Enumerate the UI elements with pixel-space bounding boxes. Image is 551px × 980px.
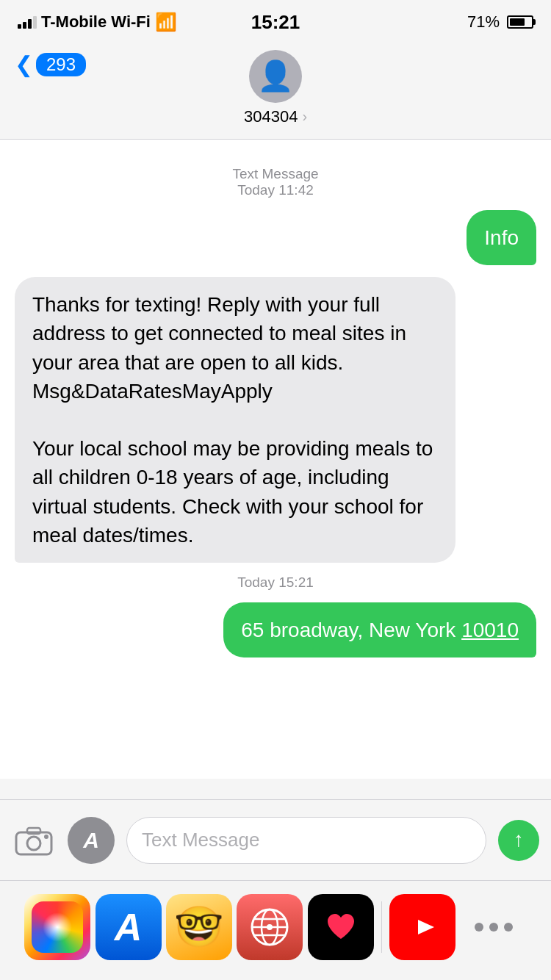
dock-item-photos[interactable] [24, 894, 90, 960]
svg-point-3 [44, 835, 48, 839]
sent-bubble-2: 65 broadway, New York 10010 [223, 602, 536, 657]
dock-item-more[interactable] [461, 894, 527, 960]
sent-message-2-row: 65 broadway, New York 10010 [15, 602, 536, 657]
camera-icon [15, 825, 53, 856]
send-icon: ↑ [514, 828, 524, 851]
send-button[interactable]: ↑ [498, 820, 539, 861]
svg-point-1 [27, 837, 40, 850]
message-input[interactable]: Text Message [126, 817, 486, 864]
message-placeholder: Text Message [142, 829, 259, 851]
timestamp-2: Today 15:21 [15, 574, 536, 591]
sent-bubble-1: Info [467, 210, 536, 265]
status-right: 71% [467, 12, 533, 32]
status-left: T-Mobile Wi-Fi 📶 [18, 12, 177, 32]
appstore-small-icon: A [83, 828, 99, 853]
timestamp-1-line2: Today 11:42 [15, 182, 536, 198]
appstore-icon: A [115, 905, 143, 949]
received-bubble-1: Thanks for texting! Reply with your full… [15, 277, 455, 563]
dock-separator [381, 901, 382, 953]
youtube-icon [402, 912, 443, 942]
emoji-icon: 🤓 [174, 904, 223, 950]
svg-marker-11 [418, 920, 434, 934]
photos-icon [32, 901, 83, 953]
health-icon [320, 907, 361, 948]
dock-item-browser[interactable] [237, 894, 303, 960]
contact-number: 304304 [244, 107, 298, 126]
browser-icon [248, 906, 291, 948]
nav-header: ❮ 293 👤 304304 › [0, 44, 551, 140]
dock-item-health[interactable] [308, 894, 374, 960]
received-message-1-row: Thanks for texting! Reply with your full… [15, 277, 536, 563]
wifi-icon: 📶 [155, 12, 177, 32]
battery-label: 71% [467, 12, 500, 32]
avatar-icon: 👤 [257, 59, 294, 93]
timestamp-1: Text Message Today 11:42 [15, 166, 536, 198]
input-area: A Text Message ↑ [0, 799, 551, 880]
back-button[interactable]: ❮ 293 [15, 51, 86, 77]
signal-icon [18, 15, 37, 29]
timestamp-1-line1: Text Message [15, 166, 536, 182]
contact-name[interactable]: 304304 › [244, 107, 307, 126]
more-icon [475, 923, 513, 932]
back-chevron-icon: ❮ [15, 51, 33, 77]
battery-icon [507, 15, 533, 29]
dock-item-appstore[interactable]: A [96, 894, 162, 960]
dock-item-emoji[interactable]: 🤓 [166, 894, 232, 960]
svg-rect-2 [27, 828, 40, 834]
contact-chevron-icon: › [302, 108, 307, 125]
clock: 15:21 [251, 11, 300, 34]
dock-item-youtube[interactable] [389, 894, 455, 960]
zip-code: 10010 [461, 619, 519, 641]
avatar: 👤 [249, 50, 302, 103]
appstore-small-button[interactable]: A [68, 817, 115, 864]
dock: A 🤓 [0, 880, 551, 980]
svg-point-9 [267, 924, 273, 930]
camera-button[interactable] [12, 818, 56, 862]
carrier-label: T-Mobile Wi-Fi [41, 12, 151, 32]
sent-message-1-row: Info [15, 210, 536, 265]
status-bar: T-Mobile Wi-Fi 📶 15:21 71% [0, 0, 551, 44]
messages-area: Text Message Today 11:42 Info Thanks for… [0, 140, 551, 779]
back-count[interactable]: 293 [36, 53, 86, 76]
